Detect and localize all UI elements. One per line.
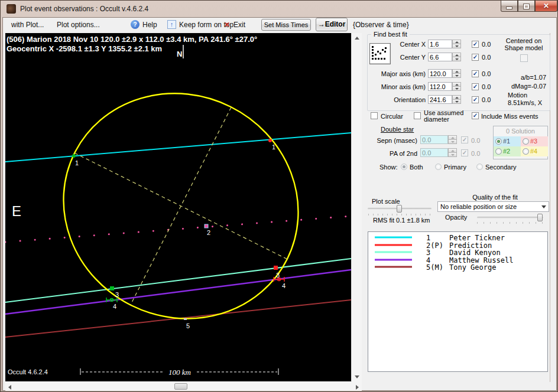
solution-cell-3: #3: [521, 136, 548, 146]
occult-plot-window: Plot event observations : Occult v.4.6.2…: [0, 0, 558, 392]
observer-number: 1: [426, 234, 430, 242]
minor-axis-checkbox[interactable]: ✓: [472, 83, 479, 90]
scroll-right-icon[interactable]: [356, 385, 359, 390]
use-assumed-diameter-checkbox[interactable]: [414, 112, 421, 119]
show-both-label: Both: [410, 164, 423, 171]
check-icon: ✓: [473, 70, 478, 77]
solution-cell-2: #2: [494, 146, 521, 156]
check-icon: ✓: [473, 54, 478, 60]
check-icon: ✓: [462, 149, 467, 156]
sepn-spinner: [448, 135, 457, 144]
scroll-left-icon[interactable]: [8, 385, 11, 390]
close-button[interactable]: ✕: [535, 1, 557, 12]
menu-plot-options[interactable]: Plot options...: [57, 21, 100, 29]
major-axis-spinner: [452, 69, 461, 78]
quality-of-fit-value: No reliable position or size: [440, 203, 517, 210]
plot-vertical-scrollbar[interactable]: [351, 33, 362, 382]
plot-horizontal-scrollbar[interactable]: [5, 382, 362, 391]
plot-scale-label: Plot scale: [372, 198, 400, 205]
check-icon: ✓: [473, 112, 478, 119]
major-axis-residual: 0.0: [482, 70, 491, 77]
orientation-input[interactable]: [428, 95, 452, 104]
scroll-down-icon[interactable]: [355, 375, 359, 378]
chord-3-david-kenyon: [5, 259, 351, 302]
observer-legend-list[interactable]: 1 Peter Tickner 2(P) Prediction 3 David …: [368, 231, 548, 372]
east-label: E: [12, 203, 21, 219]
solution-4-label: #4: [530, 148, 537, 155]
titlebar[interactable]: Plot event observations : Occult v.4.6.2…: [1, 1, 558, 17]
solution-1-radio[interactable]: [495, 138, 502, 145]
opacity-ticks: [477, 222, 544, 224]
solution-cell-1: #1: [494, 136, 521, 146]
help-icon: ?: [131, 20, 140, 29]
orientation-checkbox[interactable]: ✓: [472, 96, 479, 103]
menu-with-plot[interactable]: with Plot...: [11, 21, 44, 29]
include-miss-events-checkbox[interactable]: ✓: [472, 112, 479, 119]
show-primary-radio: [435, 164, 442, 170]
spin-down-button[interactable]: [452, 57, 461, 61]
opacity-slider-track[interactable]: [477, 217, 543, 218]
include-miss-events-label: Include Miss events: [481, 113, 538, 120]
chord-1-peter-tickner: [5, 133, 351, 162]
maximize-button[interactable]: [518, 1, 535, 12]
solution-3-radio[interactable]: [523, 138, 529, 145]
keep-on-top-icon: ↑: [167, 20, 176, 29]
menu-help[interactable]: Help: [142, 21, 157, 29]
circular-checkbox[interactable]: [371, 112, 378, 119]
sepn-input: [420, 135, 448, 144]
chord-color-swatch: [375, 243, 413, 247]
plot-canvas: 1 1 2 3 3 4 4 5 (506) Marion 2018 Nov 10…: [5, 33, 351, 381]
set-miss-times-button[interactable]: Set Miss Times: [261, 19, 311, 31]
check-icon: ✓: [473, 96, 478, 103]
show-primary-label: Primary: [444, 164, 466, 171]
solution-4-radio[interactable]: [523, 148, 529, 155]
caption-buttons: ✕: [501, 1, 557, 12]
minor-axis-input[interactable]: [428, 82, 452, 91]
spin-down-button[interactable]: [452, 44, 461, 48]
version-label: Occult 4.6.2.4: [8, 368, 48, 375]
chord-label-3-left: 3: [115, 291, 119, 298]
scroll-up-icon[interactable]: [355, 37, 359, 40]
list-item[interactable]: 3 David Kenyon: [368, 249, 547, 256]
spin-down-button[interactable]: [452, 99, 461, 104]
chord-label-1-left: 1: [75, 159, 79, 166]
horizontal-scroll-thumb[interactable]: [174, 383, 187, 390]
scale-bar-label: 100 km: [168, 368, 191, 377]
rms-fit-label: RMS fit 0.1 ±1.8 km: [373, 217, 430, 224]
marker-3-disappearance: [110, 286, 114, 290]
centered-on-label-line2: Shape model: [500, 44, 547, 51]
chord-label-1-right: 1: [272, 143, 275, 151]
center-y-label: Center Y: [375, 54, 426, 61]
north-label: N: [177, 50, 182, 58]
major-axis-checkbox[interactable]: ✓: [472, 70, 479, 77]
center-x-spinner: [452, 40, 461, 48]
quality-of-fit-dropdown[interactable]: No reliable position or size: [437, 201, 549, 212]
list-item[interactable]: 5(M) Tony George: [368, 263, 547, 271]
chord-color-swatch: [375, 265, 413, 269]
list-item[interactable]: 1 Peter Tickner: [368, 234, 547, 241]
center-y-input[interactable]: [428, 53, 452, 61]
center-x-checkbox[interactable]: ✓: [472, 41, 479, 48]
spin-down-button[interactable]: [452, 86, 461, 91]
center-y-checkbox[interactable]: ✓: [472, 54, 479, 61]
check-icon: ✓: [473, 83, 478, 90]
spin-down-button[interactable]: [452, 73, 461, 78]
chord-color-swatch: [375, 236, 413, 239]
menu-exit[interactable]: Exit: [233, 21, 245, 29]
editor-button[interactable]: →Editor: [316, 18, 348, 31]
minimize-button[interactable]: [501, 1, 518, 12]
orientation-residual: 0.0: [482, 96, 491, 103]
plot-scale-ticks: [368, 214, 432, 215]
solution-1-label: #1: [503, 138, 510, 145]
opacity-slider-thumb[interactable]: [537, 214, 543, 221]
dmag-label: dMag=-0.07: [500, 83, 546, 90]
center-x-input[interactable]: [428, 40, 452, 48]
occultation-plot: 1 1 2 3 3 4 4 5 (506) Marion 2018 Nov 10…: [5, 33, 351, 381]
solution-2-radio[interactable]: [495, 148, 502, 155]
plot-header-line2: Geocentric X -2598.1 ±1.3 Y 1355.2 ±2.1 …: [7, 44, 162, 53]
plot-scale-slider-thumb[interactable]: [397, 205, 402, 213]
minor-axis-residual: 0.0: [482, 83, 491, 90]
centered-on-shape-model-checkbox: [520, 54, 528, 62]
major-axis-input[interactable]: [428, 69, 452, 78]
check-icon: ✓: [473, 41, 478, 47]
